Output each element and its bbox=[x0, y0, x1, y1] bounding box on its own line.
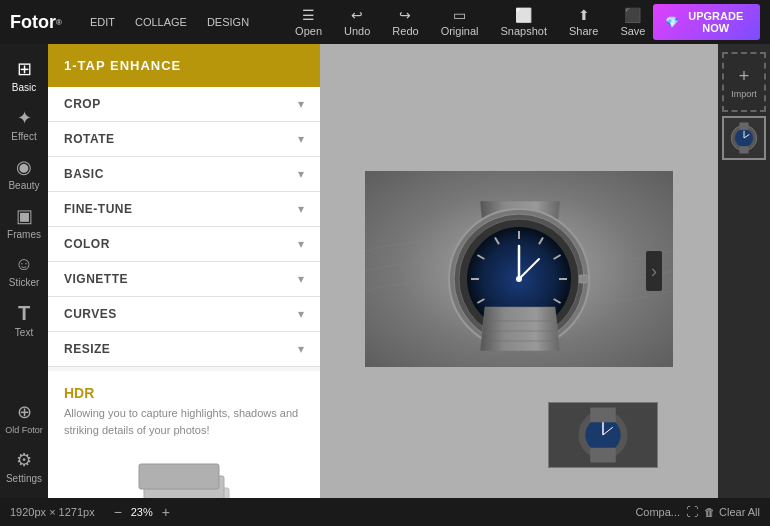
fine-tune-label: FINE-TUNE bbox=[64, 202, 133, 216]
save-label: Save bbox=[620, 25, 645, 37]
hdr-layers-image bbox=[64, 448, 304, 498]
resize-label: RESIZE bbox=[64, 342, 110, 356]
bottom-thumb-svg bbox=[549, 402, 657, 468]
hdr-layers-svg bbox=[129, 448, 239, 498]
settings-icon: ⚙ bbox=[16, 449, 32, 471]
redo-label: Redo bbox=[392, 25, 418, 37]
sidebar-item-basic[interactable]: ⊞ Basic bbox=[0, 52, 48, 99]
image-thumbnail[interactable] bbox=[722, 116, 766, 160]
save-button[interactable]: ⬛ Save bbox=[612, 3, 653, 41]
main-content: ⊞ Basic ✦ Effect ◉ Beauty ▣ Frames ☺ Sti… bbox=[0, 44, 770, 498]
clear-all-label: Clear All bbox=[719, 506, 760, 518]
snapshot-label: Snapshot bbox=[501, 25, 547, 37]
curves-arrow-icon: ▾ bbox=[298, 307, 304, 321]
tool-row-crop[interactable]: CROP ▾ bbox=[48, 87, 320, 122]
toolbar: Fotor® EDIT COLLAGE DESIGN ☰ Open ↩ Undo… bbox=[0, 0, 770, 44]
undo-button[interactable]: ↩ Undo bbox=[336, 3, 378, 41]
tool-row-fine-tune[interactable]: FINE-TUNE ▾ bbox=[48, 192, 320, 227]
sidebar-label-beauty: Beauty bbox=[8, 180, 39, 191]
sidebar-item-frames[interactable]: ▣ Frames bbox=[0, 199, 48, 246]
design-nav[interactable]: DESIGN bbox=[199, 12, 257, 32]
panel-toggle-icon[interactable]: › bbox=[646, 251, 662, 291]
undo-icon: ↩ bbox=[351, 7, 363, 23]
open-icon: ☰ bbox=[302, 7, 315, 23]
zoom-out-button[interactable]: − bbox=[109, 503, 127, 521]
upgrade-button[interactable]: 💎 UPGRADE NOW bbox=[653, 4, 760, 40]
compare-text: Compa... bbox=[635, 506, 680, 518]
collage-nav[interactable]: COLLAGE bbox=[127, 12, 195, 32]
share-icon: ⬆ bbox=[578, 7, 590, 23]
svg-rect-2 bbox=[139, 464, 219, 489]
share-label: Share bbox=[569, 25, 598, 37]
enhance-label: 1-TAP ENHANCE bbox=[64, 58, 181, 73]
sidebar-label-settings: Settings bbox=[6, 473, 42, 484]
enhance-button[interactable]: 1-TAP ENHANCE bbox=[48, 44, 320, 87]
open-label: Open bbox=[295, 25, 322, 37]
sidebar-label-frames: Frames bbox=[7, 229, 41, 240]
zoom-value: 23% bbox=[131, 506, 153, 518]
fullscreen-icon: ⛶ bbox=[686, 505, 698, 519]
snapshot-button[interactable]: ⬜ Snapshot bbox=[493, 3, 555, 41]
original-label: Original bbox=[441, 25, 479, 37]
rotate-label: ROTATE bbox=[64, 132, 115, 146]
zoom-controls: − 23% + bbox=[109, 503, 175, 521]
bottom-right: Compa... ⛶ 🗑 Clear All bbox=[635, 505, 760, 519]
sidebar-item-sticker[interactable]: ☺ Sticker bbox=[0, 248, 48, 294]
sidebar-label-sticker: Sticker bbox=[9, 277, 40, 288]
hdr-section: HDR Allowing you to capture highlights, … bbox=[48, 371, 320, 498]
logo-text: Fotor bbox=[10, 12, 56, 33]
svg-rect-43 bbox=[739, 146, 748, 153]
collage-label: COLLAGE bbox=[135, 16, 187, 28]
sticker-icon: ☺ bbox=[15, 254, 33, 275]
svg-rect-42 bbox=[739, 123, 748, 130]
svg-rect-36 bbox=[590, 448, 616, 463]
import-button[interactable]: + Import bbox=[722, 52, 766, 112]
zoom-in-button[interactable]: + bbox=[157, 503, 175, 521]
tool-row-basic[interactable]: BASIC ▾ bbox=[48, 157, 320, 192]
resize-arrow-icon: ▾ bbox=[298, 342, 304, 356]
rotate-arrow-icon: ▾ bbox=[298, 132, 304, 146]
frames-icon: ▣ bbox=[16, 205, 33, 227]
snapshot-icon: ⬜ bbox=[515, 7, 532, 23]
bottom-bar: 1920px × 1271px − 23% + Compa... ⛶ 🗑 Cle… bbox=[0, 498, 770, 526]
clear-all-button[interactable]: 🗑 Clear All bbox=[704, 506, 760, 518]
tool-row-color[interactable]: COLOR ▾ bbox=[48, 227, 320, 262]
curves-label: CURVES bbox=[64, 307, 117, 321]
effect-icon: ✦ bbox=[17, 107, 32, 129]
tool-row-resize[interactable]: RESIZE ▾ bbox=[48, 332, 320, 367]
sidebar-item-old-fotor[interactable]: ⊕ Old Fotor bbox=[0, 395, 48, 441]
tool-row-rotate[interactable]: ROTATE ▾ bbox=[48, 122, 320, 157]
plus-icon: + bbox=[739, 66, 750, 87]
share-button[interactable]: ⬆ Share bbox=[561, 3, 606, 41]
basic-label: BASIC bbox=[64, 167, 104, 181]
tools-panel: 1-TAP ENHANCE CROP ▾ ROTATE ▾ BASIC ▾ FI… bbox=[48, 44, 320, 498]
crop-label: CROP bbox=[64, 97, 101, 111]
sidebar-label-basic: Basic bbox=[12, 82, 36, 93]
beauty-icon: ◉ bbox=[16, 156, 32, 178]
redo-button[interactable]: ↪ Redo bbox=[384, 3, 426, 41]
color-label: COLOR bbox=[64, 237, 110, 251]
old-fotor-icon: ⊕ bbox=[17, 401, 32, 423]
sidebar-label-effect: Effect bbox=[11, 131, 36, 142]
upgrade-label: UPGRADE NOW bbox=[683, 10, 748, 34]
open-button[interactable]: ☰ Open bbox=[287, 3, 330, 41]
tool-row-vignette[interactable]: VIGNETTE ▾ bbox=[48, 262, 320, 297]
right-panel: + Import bbox=[718, 44, 770, 498]
toolbar-nav: EDIT COLLAGE DESIGN bbox=[82, 12, 257, 32]
logo-sup: ® bbox=[56, 18, 62, 27]
edit-nav[interactable]: EDIT bbox=[82, 12, 123, 32]
original-icon: ▭ bbox=[453, 7, 466, 23]
edit-label: EDIT bbox=[90, 16, 115, 28]
vignette-label: VIGNETTE bbox=[64, 272, 128, 286]
sidebar-item-settings[interactable]: ⚙ Settings bbox=[0, 443, 48, 490]
tool-row-curves[interactable]: CURVES ▾ bbox=[48, 297, 320, 332]
color-arrow-icon: ▾ bbox=[298, 237, 304, 251]
dimensions-text: 1920px × 1271px bbox=[10, 506, 95, 518]
text-icon: T bbox=[18, 302, 30, 325]
sidebar-item-text[interactable]: T Text bbox=[0, 296, 48, 344]
original-button[interactable]: ▭ Original bbox=[433, 3, 487, 41]
thumb-svg bbox=[724, 116, 764, 160]
hdr-title: HDR bbox=[64, 385, 304, 401]
sidebar-item-effect[interactable]: ✦ Effect bbox=[0, 101, 48, 148]
sidebar-item-beauty[interactable]: ◉ Beauty bbox=[0, 150, 48, 197]
